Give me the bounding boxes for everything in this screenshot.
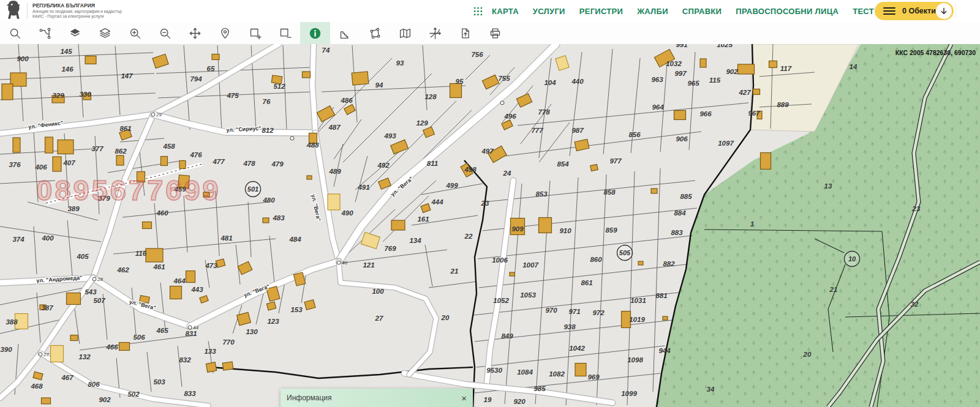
tool-rect-add-button[interactable] (240, 22, 270, 44)
tool-measure-button[interactable] (330, 22, 360, 44)
main-nav: КАРТАУСЛУГИРЕГИСТРИЖАЛБИСПРАВКИПРАВОСПОС… (473, 0, 888, 22)
parcel-number-label: 467 (61, 374, 74, 381)
parcel-number-label: 400 (41, 234, 54, 242)
building (58, 140, 74, 154)
parcel-number-label: 329 (52, 92, 64, 99)
parcel-number-label: 465 (156, 327, 168, 334)
svg-text:501: 501 (247, 185, 258, 193)
parcel-number-label: 129 (416, 119, 428, 127)
parcel-number-label: 460 (156, 209, 168, 217)
building (143, 222, 152, 229)
building (263, 218, 269, 223)
parcel-number-label: 1025 (717, 44, 733, 48)
tool-layers-filled-button[interactable] (60, 22, 90, 44)
parcel-number-label: 972 (592, 309, 605, 316)
parcel-number-label: 117 (780, 65, 792, 72)
parcel-number-label: 906 (676, 135, 688, 143)
building (51, 346, 64, 362)
svg-text:505: 505 (619, 249, 631, 256)
parcel-number-label: 881 (655, 292, 667, 299)
download-objects-button[interactable] (936, 3, 952, 19)
parcel-number-label: 488 (306, 141, 319, 149)
tool-map-button[interactable] (390, 22, 420, 44)
parcel-number-label: 770 (222, 338, 235, 346)
parcel-number-label: 94 (375, 81, 383, 89)
parcel-number-label: 132 (78, 353, 91, 360)
parcel-number-label: 461 (153, 263, 165, 271)
parcel-number-label: 812 (262, 127, 274, 134)
apps-grid-icon[interactable] (473, 6, 483, 17)
parcel-number-label: 440 (571, 78, 584, 85)
parcel-number-label: 889 (777, 101, 789, 108)
nav-karta[interactable]: КАРТА (492, 7, 533, 16)
tool-print-button[interactable] (480, 22, 510, 44)
parcel-number-label: 427 (738, 89, 751, 96)
parcel-number-label: 985 (533, 385, 546, 392)
tool-location-button[interactable] (210, 22, 240, 44)
agency-logo[interactable]: РЕПУБЛИКА БЪЛГАРИЯ Агенция по геодезия, … (0, 0, 122, 22)
building (663, 316, 668, 320)
parcel-number-label: 966 (699, 110, 712, 118)
survey-point-marker (500, 101, 504, 105)
building (651, 189, 657, 193)
tool-rect-subtract-button[interactable] (270, 22, 300, 44)
rect-add-icon (249, 27, 262, 40)
tool-layers-button[interactable] (90, 22, 120, 44)
tool-export-button[interactable] (450, 22, 480, 44)
parcel-number-label: 902 (726, 68, 738, 75)
parcel-number-label: 854 (557, 160, 569, 168)
map-area[interactable]: 5015051029282744409001451461473293307946… (0, 44, 980, 407)
parcel-number-label: 507 (93, 297, 105, 304)
parcel-number-label: 479 (271, 160, 284, 168)
parcel-number-label: 910 (559, 227, 571, 234)
tool-info-button[interactable] (300, 22, 330, 44)
parcel-number-label: 21 (450, 267, 459, 275)
building (539, 218, 552, 233)
kais-portal-window: РЕПУБЛИКА БЪЛГАРИЯ Агенция по геодезия, … (0, 0, 980, 407)
parcel-number-label: 444 (431, 198, 443, 206)
tool-zoom-in-button[interactable] (120, 22, 150, 44)
parcel-number-label: 498 (464, 166, 477, 173)
tool-search-button[interactable] (0, 22, 30, 44)
tool-polygon-nodes-button[interactable] (360, 22, 390, 44)
map-canvas[interactable]: 5015051029282744409001451461473293307946… (0, 44, 980, 407)
nav-spravki[interactable]: СПРАВКИ (682, 7, 736, 16)
parcel-number-label: 860 (590, 256, 602, 263)
building (753, 89, 760, 95)
parcel-number-label: 377 (91, 145, 104, 152)
tool-axes-button[interactable] (420, 22, 450, 44)
building (638, 261, 643, 265)
nav-zhalbi[interactable]: ЖАЛБИ (637, 7, 682, 16)
parcel-number-label: 489 (328, 168, 341, 175)
parcel-number-label: 882 (663, 260, 675, 267)
nav-registri[interactable]: РЕГИСТРИ (579, 7, 637, 16)
parcel-number-label: 503 (153, 378, 165, 386)
map-icon (399, 27, 412, 40)
road-number-badge: 505 (617, 245, 633, 261)
building (700, 59, 706, 67)
parcel-number-label: 778 (538, 108, 550, 116)
building (170, 286, 182, 299)
nav-uslugi[interactable]: УСЛУГИ (533, 7, 579, 16)
tool-zoom-out-button[interactable] (150, 22, 180, 44)
building (674, 111, 686, 120)
tool-pan-button[interactable] (180, 22, 210, 44)
parcel-number-label: 920 (513, 398, 526, 405)
watermark-phone-number: 0895677699 (36, 174, 221, 206)
parcel-number-label: 1042 (569, 345, 585, 352)
parcel-number-label: 1084 (517, 368, 533, 376)
tool-route-button[interactable] (30, 22, 60, 44)
parcel-number-label: 22 (464, 233, 473, 240)
parcel-number-label: 458 (162, 143, 175, 150)
parcel-number-label: 74 (322, 47, 330, 54)
parcel-number-label: 900 (17, 55, 29, 62)
info-popup: Информация × ПИ 30497.505.1052 област Ва… (281, 389, 473, 407)
parcel-number-label: 491 (357, 184, 369, 191)
nav-pravospobni-lica[interactable]: ПРАВОСПОСОБНИ ЛИЦА (736, 7, 853, 16)
objects-button[interactable]: 0 Обекти (875, 2, 954, 20)
parcel-number-label: 1 (750, 220, 754, 228)
close-icon[interactable]: × (461, 394, 467, 403)
parcel-number-label: 492 (377, 162, 390, 169)
parcel-number-label: 493 (383, 132, 396, 140)
parcel-number-label: 121 (363, 261, 374, 269)
